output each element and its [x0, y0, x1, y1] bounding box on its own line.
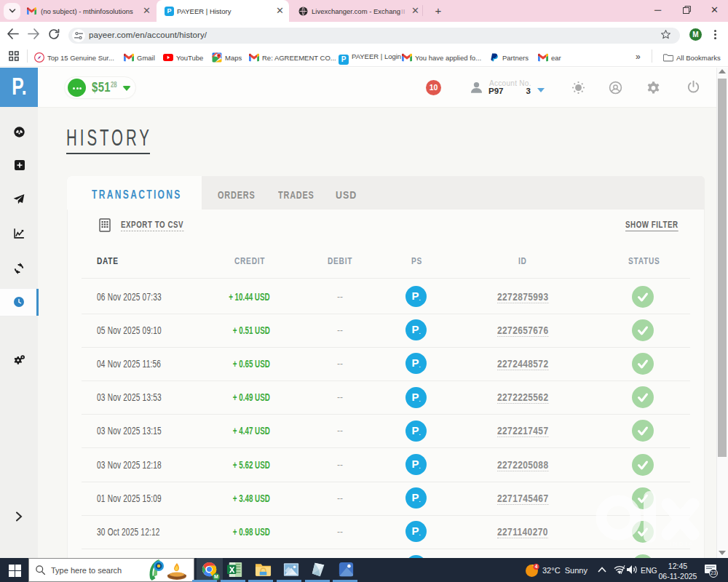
svg-text:4: 4 — [535, 564, 538, 569]
svg-text:INDIA: INDIA — [670, 541, 695, 547]
svg-text:23: 23 — [711, 570, 716, 575]
